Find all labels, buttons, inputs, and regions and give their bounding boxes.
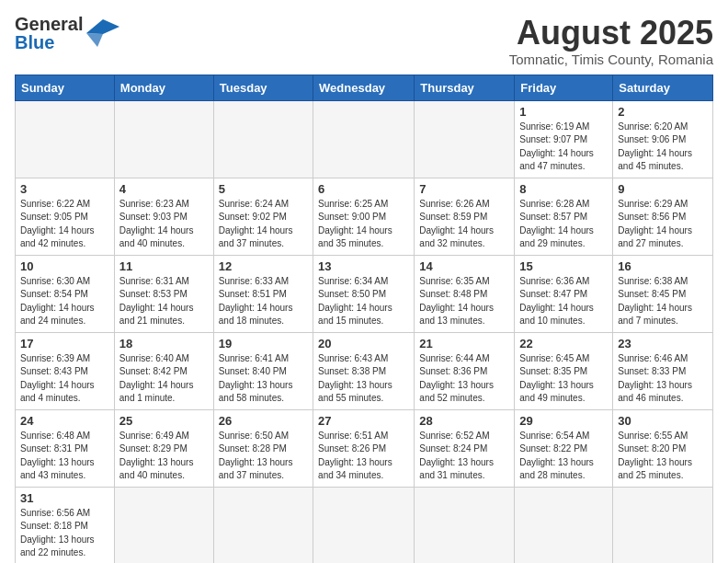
calendar-cell: 18Sunrise: 6:40 AM Sunset: 8:42 PM Dayli… (114, 332, 213, 409)
logo-blue: Blue (15, 33, 54, 52)
calendar-cell: 12Sunrise: 6:33 AM Sunset: 8:51 PM Dayli… (213, 255, 313, 332)
day-number: 27 (318, 414, 409, 428)
weekday-header-row: SundayMondayTuesdayWednesdayThursdayFrid… (16, 75, 713, 100)
calendar-week-row: 3Sunrise: 6:22 AM Sunset: 9:05 PM Daylig… (16, 178, 713, 255)
calendar-cell (213, 487, 313, 563)
day-number: 29 (519, 414, 608, 428)
day-number: 4 (119, 182, 209, 196)
weekday-header-tuesday: Tuesday (213, 75, 313, 100)
calendar-cell: 27Sunrise: 6:51 AM Sunset: 8:26 PM Dayli… (313, 409, 415, 487)
calendar-cell: 13Sunrise: 6:34 AM Sunset: 8:50 PM Dayli… (313, 255, 415, 332)
calendar-cell (16, 100, 115, 178)
day-number: 22 (519, 337, 608, 350)
day-number: 2 (618, 105, 708, 119)
weekday-header-sunday: Sunday (16, 75, 115, 100)
day-number: 1 (519, 105, 608, 119)
calendar-cell: 21Sunrise: 6:44 AM Sunset: 8:36 PM Dayli… (415, 332, 515, 409)
calendar-cell: 7Sunrise: 6:26 AM Sunset: 8:59 PM Daylig… (415, 178, 515, 255)
weekday-header-friday: Friday (515, 75, 613, 100)
calendar-week-row: 24Sunrise: 6:48 AM Sunset: 8:31 PM Dayli… (16, 409, 713, 487)
calendar-cell: 24Sunrise: 6:48 AM Sunset: 8:31 PM Dayli… (16, 409, 115, 487)
calendar-cell: 11Sunrise: 6:31 AM Sunset: 8:53 PM Dayli… (114, 255, 213, 332)
day-number: 11 (119, 259, 209, 273)
day-number: 28 (419, 414, 509, 428)
day-number: 3 (20, 182, 109, 196)
day-number: 8 (519, 182, 608, 196)
calendar-cell: 8Sunrise: 6:28 AM Sunset: 8:57 PM Daylig… (515, 178, 613, 255)
day-info: Sunrise: 6:54 AM Sunset: 8:22 PM Dayligh… (519, 430, 608, 483)
day-number: 20 (318, 337, 409, 350)
calendar-cell: 9Sunrise: 6:29 AM Sunset: 8:56 PM Daylig… (613, 178, 713, 255)
calendar-cell (213, 100, 313, 178)
calendar-cell: 10Sunrise: 6:30 AM Sunset: 8:54 PM Dayli… (16, 255, 115, 332)
day-number: 16 (618, 259, 708, 273)
day-info: Sunrise: 6:31 AM Sunset: 8:53 PM Dayligh… (119, 275, 209, 328)
calendar-cell: 17Sunrise: 6:39 AM Sunset: 8:43 PM Dayli… (16, 332, 115, 409)
calendar-cell: 6Sunrise: 6:25 AM Sunset: 9:00 PM Daylig… (313, 178, 415, 255)
svg-marker-0 (86, 19, 119, 34)
header: General Blue August 2025 Tomnatic, Timis… (15, 15, 713, 67)
day-info: Sunrise: 6:45 AM Sunset: 8:35 PM Dayligh… (519, 352, 608, 406)
calendar-cell: 16Sunrise: 6:38 AM Sunset: 8:45 PM Dayli… (613, 255, 713, 332)
day-number: 21 (419, 337, 509, 350)
logo-general: General (15, 15, 83, 33)
day-number: 18 (119, 337, 209, 350)
calendar-cell: 25Sunrise: 6:49 AM Sunset: 8:29 PM Dayli… (114, 409, 213, 487)
day-number: 9 (618, 182, 708, 196)
day-number: 13 (318, 259, 409, 273)
calendar-title: August 2025 (509, 15, 713, 52)
day-info: Sunrise: 6:49 AM Sunset: 8:29 PM Dayligh… (119, 430, 209, 483)
calendar-table: SundayMondayTuesdayWednesdayThursdayFrid… (15, 75, 713, 563)
day-info: Sunrise: 6:46 AM Sunset: 8:33 PM Dayligh… (618, 352, 708, 406)
day-number: 31 (20, 491, 109, 505)
calendar-cell (313, 100, 415, 178)
day-number: 19 (219, 337, 308, 350)
calendar-cell: 20Sunrise: 6:43 AM Sunset: 8:38 PM Dayli… (313, 332, 415, 409)
calendar-cell: 5Sunrise: 6:24 AM Sunset: 9:02 PM Daylig… (213, 178, 313, 255)
day-info: Sunrise: 6:29 AM Sunset: 8:56 PM Dayligh… (618, 198, 708, 251)
day-number: 17 (20, 337, 109, 350)
calendar-cell: 26Sunrise: 6:50 AM Sunset: 8:28 PM Dayli… (213, 409, 313, 487)
calendar-week-row: 10Sunrise: 6:30 AM Sunset: 8:54 PM Dayli… (16, 255, 713, 332)
calendar-week-row: 17Sunrise: 6:39 AM Sunset: 8:43 PM Dayli… (16, 332, 713, 409)
day-number: 26 (219, 414, 308, 428)
day-info: Sunrise: 6:34 AM Sunset: 8:50 PM Dayligh… (318, 275, 409, 328)
day-number: 10 (20, 259, 109, 273)
day-info: Sunrise: 6:24 AM Sunset: 9:02 PM Dayligh… (219, 198, 308, 251)
day-info: Sunrise: 6:38 AM Sunset: 8:45 PM Dayligh… (618, 275, 708, 328)
calendar-cell: 28Sunrise: 6:52 AM Sunset: 8:24 PM Dayli… (415, 409, 515, 487)
day-number: 30 (618, 414, 708, 428)
day-info: Sunrise: 6:56 AM Sunset: 8:18 PM Dayligh… (20, 507, 109, 560)
day-info: Sunrise: 6:23 AM Sunset: 9:03 PM Dayligh… (119, 198, 209, 251)
day-number: 5 (219, 182, 308, 196)
calendar-cell (114, 100, 213, 178)
day-info: Sunrise: 6:33 AM Sunset: 8:51 PM Dayligh… (219, 275, 308, 328)
calendar-cell (114, 487, 213, 563)
calendar-cell: 19Sunrise: 6:41 AM Sunset: 8:40 PM Dayli… (213, 332, 313, 409)
calendar-subtitle: Tomnatic, Timis County, Romania (509, 52, 713, 67)
logo: General Blue (15, 15, 119, 52)
day-info: Sunrise: 6:35 AM Sunset: 8:48 PM Dayligh… (419, 275, 509, 328)
calendar-cell: 29Sunrise: 6:54 AM Sunset: 8:22 PM Dayli… (515, 409, 613, 487)
calendar-cell: 3Sunrise: 6:22 AM Sunset: 9:05 PM Daylig… (16, 178, 115, 255)
weekday-header-saturday: Saturday (613, 75, 713, 100)
day-number: 24 (20, 414, 109, 428)
calendar-cell (415, 487, 515, 563)
calendar-cell: 23Sunrise: 6:46 AM Sunset: 8:33 PM Dayli… (613, 332, 713, 409)
day-info: Sunrise: 6:51 AM Sunset: 8:26 PM Dayligh… (318, 430, 409, 483)
day-info: Sunrise: 6:52 AM Sunset: 8:24 PM Dayligh… (419, 430, 509, 483)
svg-marker-1 (86, 33, 103, 47)
day-info: Sunrise: 6:36 AM Sunset: 8:47 PM Dayligh… (519, 275, 608, 328)
day-info: Sunrise: 6:20 AM Sunset: 9:06 PM Dayligh… (618, 121, 708, 174)
day-number: 25 (119, 414, 209, 428)
day-info: Sunrise: 6:41 AM Sunset: 8:40 PM Dayligh… (219, 352, 308, 406)
day-info: Sunrise: 6:40 AM Sunset: 8:42 PM Dayligh… (119, 352, 209, 406)
weekday-header-monday: Monday (114, 75, 213, 100)
calendar-cell: 1Sunrise: 6:19 AM Sunset: 9:07 PM Daylig… (515, 100, 613, 178)
day-info: Sunrise: 6:19 AM Sunset: 9:07 PM Dayligh… (519, 121, 608, 174)
day-info: Sunrise: 6:44 AM Sunset: 8:36 PM Dayligh… (419, 352, 509, 406)
calendar-cell: 22Sunrise: 6:45 AM Sunset: 8:35 PM Dayli… (515, 332, 613, 409)
day-info: Sunrise: 6:30 AM Sunset: 8:54 PM Dayligh… (20, 275, 109, 328)
calendar-week-row: 1Sunrise: 6:19 AM Sunset: 9:07 PM Daylig… (16, 100, 713, 178)
day-info: Sunrise: 6:25 AM Sunset: 9:00 PM Dayligh… (318, 198, 409, 251)
